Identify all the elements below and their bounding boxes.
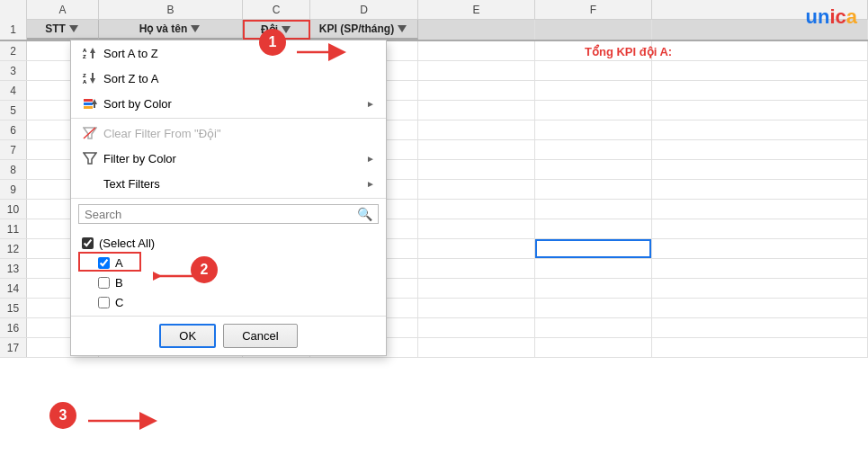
- logo-part-ic: ic: [829, 5, 846, 28]
- col-header-b: B: [99, 0, 243, 19]
- annotation-arrow-3: [88, 412, 160, 433]
- checkbox-item-b[interactable]: B: [82, 272, 375, 292]
- header-hoten[interactable]: Họ và tên: [99, 20, 243, 40]
- text-filters-item[interactable]: Text Filters ►: [71, 171, 386, 196]
- cell-rest: [652, 200, 868, 219]
- text-filter-arrow-icon: ►: [366, 179, 375, 189]
- cell-rest: [652, 160, 868, 179]
- cell-rest: [652, 180, 868, 199]
- checkbox-c-input[interactable]: [98, 297, 110, 308]
- cell-rest: [652, 140, 868, 159]
- cell-f: [535, 120, 652, 139]
- divider-2: [71, 198, 386, 199]
- svg-text:Z: Z: [83, 73, 86, 78]
- cell-f: [535, 338, 652, 357]
- divider-1: [71, 118, 386, 119]
- svg-text:A: A: [83, 48, 87, 53]
- checkbox-select-all-input[interactable]: [82, 237, 94, 249]
- col-header-d: D: [310, 0, 418, 19]
- checkbox-b-input[interactable]: [98, 277, 110, 289]
- cell-rest: [652, 259, 868, 278]
- cell-f: [535, 259, 652, 278]
- col-header-a: A: [27, 0, 99, 19]
- row-num: 7: [0, 140, 27, 159]
- cell-f: [535, 61, 652, 80]
- header-e: [418, 20, 535, 40]
- search-box[interactable]: 🔍: [78, 204, 379, 224]
- filter-arrow-stt[interactable]: [69, 23, 80, 34]
- cancel-button[interactable]: Cancel: [223, 324, 297, 348]
- col-header-e: E: [418, 0, 535, 19]
- checkbox-select-all[interactable]: (Select All): [82, 233, 375, 253]
- text-filters-label: Text Filters: [103, 177, 361, 191]
- dropdown-menu: A Z Sort A to Z Z A Sort Z to A: [70, 40, 387, 356]
- cell-e: [418, 318, 535, 337]
- cell-e: [418, 279, 535, 298]
- cell-e: [418, 180, 535, 199]
- search-icon: 🔍: [357, 207, 372, 221]
- cell-e: [418, 101, 535, 120]
- svg-marker-16: [84, 153, 96, 164]
- cell-rest: [652, 299, 868, 317]
- cell-rest: [652, 219, 868, 238]
- cell-rest: [652, 338, 868, 357]
- selected-cell-indicator: [535, 239, 651, 258]
- sort-z-a-item[interactable]: Z A Sort Z to A: [71, 66, 386, 91]
- svg-rect-12: [84, 106, 93, 109]
- logo-part-a: a: [846, 5, 857, 28]
- svg-rect-11: [84, 103, 93, 105]
- filter-by-color-item[interactable]: Filter by Color ►: [71, 146, 386, 171]
- row-num: 3: [0, 61, 27, 80]
- sort-by-color-item[interactable]: Sort by Color ►: [71, 91, 386, 116]
- annotation-arrow-2: [153, 267, 198, 288]
- row-num: 5: [0, 101, 27, 120]
- cell-e: [418, 140, 535, 159]
- header-stt[interactable]: STT: [27, 20, 99, 40]
- svg-text:A: A: [83, 79, 87, 85]
- clear-filter-item[interactable]: Clear Filter From "Đội": [71, 120, 386, 146]
- sort-color-arrow-icon: ►: [366, 99, 375, 109]
- kpi-total-label: Tổng KPI đội A:: [585, 45, 672, 58]
- search-input[interactable]: [85, 208, 357, 221]
- cell-f: [535, 200, 652, 219]
- ok-button[interactable]: OK: [159, 324, 216, 348]
- cell-e: [418, 200, 535, 219]
- row-num: 12: [0, 239, 27, 258]
- cell-rest: [652, 81, 868, 100]
- highlight-box-a: [78, 252, 141, 272]
- sort-za-label: Sort Z to A: [103, 72, 375, 85]
- item-c-label: C: [115, 296, 123, 309]
- row-num: 15: [0, 299, 27, 317]
- svg-marker-6: [90, 48, 95, 58]
- cell-e: [418, 41, 535, 60]
- sort-za-icon: Z A: [82, 71, 98, 85]
- sort-az-icon: A Z: [82, 46, 98, 60]
- svg-marker-9: [90, 73, 95, 84]
- cell-e: [418, 259, 535, 278]
- cell-rest: [652, 61, 868, 80]
- annotation-arrow-1: [297, 43, 351, 64]
- header-stt-label: STT: [45, 22, 66, 35]
- svg-marker-1: [191, 25, 200, 32]
- cell-e: [418, 61, 535, 80]
- cell-f: [535, 160, 652, 179]
- corner-cell: [0, 0, 27, 20]
- clear-filter-icon: [82, 126, 98, 140]
- cell-rest: [652, 101, 868, 120]
- filter-arrow-kpi[interactable]: [398, 23, 408, 34]
- checkbox-item-c[interactable]: C: [82, 292, 375, 312]
- cell-rest: [652, 120, 868, 139]
- select-all-label: (Select All): [99, 236, 155, 250]
- checkbox-item-a[interactable]: A: [82, 253, 375, 272]
- checkbox-a-input[interactable]: [98, 257, 110, 269]
- filter-by-color-label: Filter by Color: [103, 152, 361, 165]
- cell-rest: [652, 41, 868, 60]
- unica-logo: unica: [806, 5, 858, 29]
- row-num: 4: [0, 81, 27, 100]
- cell-f: [535, 279, 652, 298]
- filter-arrow-hoten[interactable]: [191, 23, 201, 34]
- header-kpi[interactable]: KPI (SP/tháng): [310, 20, 418, 40]
- cell-f: [535, 299, 652, 317]
- row-num: 6: [0, 120, 27, 139]
- cell-e: [418, 120, 535, 139]
